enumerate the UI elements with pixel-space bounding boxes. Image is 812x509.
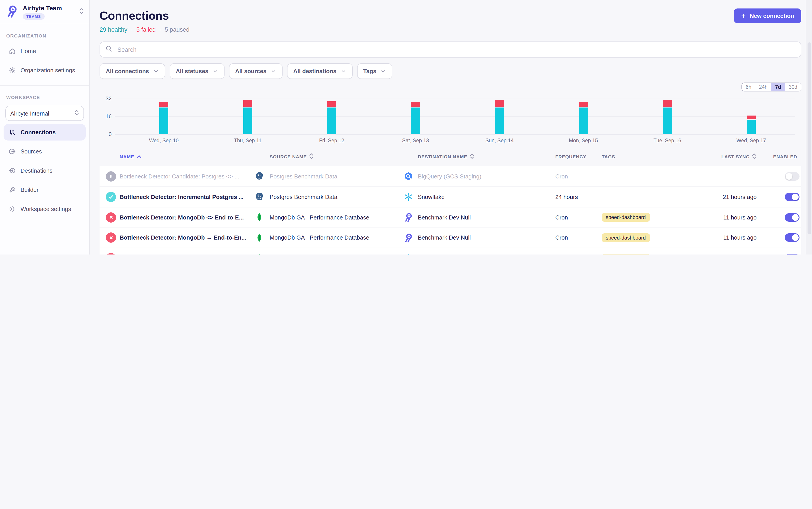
search-input[interactable]	[117, 46, 795, 53]
tag-badge: speed-dashboard	[602, 213, 650, 222]
bar-failed	[243, 100, 252, 107]
chart-bar[interactable]	[243, 100, 252, 134]
postgres-icon	[255, 172, 264, 181]
bar-failed	[663, 100, 672, 107]
column-header-name[interactable]: NAME	[100, 154, 250, 159]
time-range-30d[interactable]: 30d	[785, 83, 801, 91]
sidebar-item-builder[interactable]: Builder	[4, 181, 86, 198]
gear-icon	[8, 205, 16, 213]
sidebar-item-label: Sources	[21, 148, 42, 155]
enabled-toggle[interactable]	[785, 254, 800, 254]
workspace-selector-value: Airbyte Internal	[10, 110, 49, 117]
enabled-toggle[interactable]	[785, 213, 800, 222]
wrench-icon	[8, 186, 16, 194]
search-icon	[105, 45, 112, 54]
table-row[interactable]: Bottleneck Detector Candidate: Postgres …	[100, 166, 801, 187]
enabled-toggle[interactable]	[785, 193, 800, 201]
enabled-toggle[interactable]	[785, 172, 800, 181]
time-range-6h[interactable]: 6h	[742, 83, 755, 91]
column-header-destination[interactable]: DESTINATION NAME	[403, 153, 550, 160]
destination-name: Benchmark Dev Null	[418, 214, 471, 220]
last-sync-value: 11 hours ago	[702, 214, 759, 220]
table-row[interactable]: Bottleneck Detector: MongoDb → Snowflake…	[100, 248, 801, 254]
status-success-icon	[106, 192, 116, 202]
org-switcher[interactable]: Airbyte Team TEAMS	[0, 0, 89, 24]
chevron-updown-icon	[74, 109, 79, 117]
search-bar[interactable]	[100, 41, 801, 58]
enabled-toggle[interactable]	[785, 234, 800, 242]
mongodb-icon	[255, 212, 264, 222]
divider	[0, 85, 89, 86]
x-axis-tick: Sat, Sep 13	[402, 138, 429, 143]
time-range-selector: 6h 24h 7d 30d	[742, 82, 801, 92]
table-row[interactable]: Bottleneck Detector: MongoDb <> End-to-E…	[100, 207, 801, 228]
chart-bar[interactable]	[579, 102, 588, 134]
status-paused-icon	[106, 171, 116, 181]
sidebar-item-sources[interactable]: Sources	[4, 143, 86, 160]
sidebar-item-organization-settings[interactable]: Organization settings	[4, 62, 86, 78]
mongodb-icon	[255, 253, 264, 254]
connections-icon	[8, 129, 16, 136]
column-header-last-sync[interactable]: LAST SYNC	[702, 153, 759, 160]
tag-badge: speed-dashboard	[602, 233, 650, 242]
postgres-icon	[255, 192, 264, 202]
chart-bar[interactable]	[663, 100, 672, 134]
chart-bar[interactable]	[327, 101, 336, 134]
paused-count: 5 paused	[165, 26, 190, 33]
bar-failed	[495, 100, 504, 107]
table-row[interactable]: Bottleneck Detector: Incremental Postgre…	[100, 187, 801, 207]
frequency-value: Cron	[550, 214, 599, 220]
sidebar: Airbyte Team TEAMS ORGANIZATION Home Org…	[0, 0, 90, 254]
connection-name[interactable]: Bottleneck Detector Candidate: Postgres …	[120, 173, 239, 180]
sidebar-item-label: Builder	[21, 186, 39, 193]
table-row[interactable]: Bottleneck Detector: MongoDb → End-to-En…	[100, 228, 801, 248]
tags-cell: speed-dashboard	[599, 233, 702, 242]
destination-name: Benchmark Dev Null	[418, 234, 471, 241]
sidebar-item-workspace-settings[interactable]: Workspace settings	[4, 201, 86, 217]
new-connection-button[interactable]: + New connection	[734, 8, 801, 23]
time-range-7d[interactable]: 7d	[771, 83, 785, 91]
source-name: MongoDb GA - Performance Database	[270, 234, 369, 241]
chart-bar[interactable]	[411, 102, 420, 134]
filter-tags[interactable]: Tags	[357, 63, 392, 79]
connection-name[interactable]: Bottleneck Detector: MongoDb → End-to-En…	[120, 234, 247, 241]
sidebar-item-home[interactable]: Home	[4, 43, 86, 59]
failed-count[interactable]: 5 failed	[136, 26, 156, 33]
tag-badge: speed-dashboard	[602, 254, 650, 254]
healthy-count[interactable]: 29 healthy	[100, 26, 127, 33]
sidebar-item-label: Workspace settings	[21, 206, 71, 212]
sidebar-item-label: Home	[21, 48, 36, 55]
page-title: Connections	[100, 9, 169, 23]
connection-name[interactable]: Bottleneck Detector: MongoDb <> End-to-E…	[120, 214, 244, 220]
workspace-selector[interactable]: Airbyte Internal	[5, 106, 84, 121]
status-failed-icon	[106, 253, 116, 254]
y-axis-tick: 32	[100, 96, 111, 102]
sidebar-item-destinations[interactable]: Destinations	[4, 162, 86, 179]
bar-succeeded	[495, 107, 504, 134]
chart-bar[interactable]	[159, 102, 168, 134]
bar-succeeded	[327, 107, 336, 134]
x-axis-tick: Tue, Sep 16	[653, 138, 681, 143]
airbyte-icon	[403, 233, 413, 243]
time-range-24h[interactable]: 24h	[755, 83, 771, 91]
gear-icon	[8, 66, 16, 74]
x-axis-tick: Thu, Sep 11	[234, 138, 262, 143]
chart-bar[interactable]	[495, 100, 504, 134]
connection-name[interactable]: Bottleneck Detector: Incremental Postgre…	[120, 194, 243, 200]
workspace-section-label: WORKSPACE	[6, 95, 83, 100]
vertical-scrollbar[interactable]	[806, 0, 812, 254]
chevron-down-icon	[213, 68, 218, 74]
status-summary: 29 healthy · 5 failed · 5 paused	[100, 26, 801, 33]
column-header-source[interactable]: SOURCE NAME	[250, 153, 403, 160]
bar-failed	[411, 102, 420, 107]
sidebar-item-label: Organization settings	[21, 67, 75, 74]
filter-all-connections[interactable]: All connections	[100, 63, 165, 79]
sidebar-item-connections[interactable]: Connections	[4, 124, 86, 140]
chart-bar[interactable]	[747, 115, 756, 134]
chevron-updown-icon	[79, 8, 84, 16]
scrollbar-thumb[interactable]	[808, 42, 811, 234]
filter-all-destinations[interactable]: All destinations	[287, 63, 353, 79]
filter-all-statuses[interactable]: All statuses	[170, 63, 225, 79]
column-header-tags: TAGS	[599, 154, 702, 159]
filter-all-sources[interactable]: All sources	[229, 63, 283, 79]
